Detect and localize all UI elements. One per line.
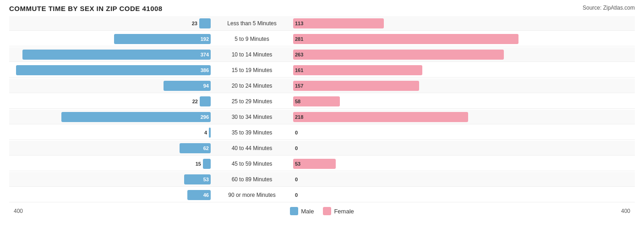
male-bar	[200, 96, 211, 106]
male-bar-wrapper: 4	[9, 128, 211, 138]
male-bar-label: 46	[203, 192, 209, 198]
male-bar-label: 62	[203, 145, 209, 151]
bar-row: 4 35 to 39 Minutes 0	[9, 125, 635, 140]
bar-label: 60 to 89 Minutes	[211, 176, 293, 183]
female-bar-label: 281	[295, 36, 303, 42]
bar-label: 35 to 39 Minutes	[211, 129, 293, 136]
bar-row: 46 90 or more Minutes 0	[9, 188, 635, 202]
bar-row: 23 Less than 5 Minutes 113	[9, 16, 635, 31]
female-bar-wrapper: 0	[293, 130, 635, 135]
male-bar-wrapper: 53	[9, 174, 211, 184]
female-swatch	[323, 207, 331, 215]
male-bar-wrapper: 296	[9, 112, 211, 122]
female-bar: 113	[293, 18, 384, 28]
bar-row: 374 10 to 14 Minutes 263	[9, 47, 635, 62]
male-bar-wrapper: 15	[9, 159, 211, 169]
male-bar-wrapper: 62	[9, 143, 211, 153]
female-bar: 281	[293, 34, 518, 44]
bar-label: 25 to 29 Minutes	[211, 98, 293, 105]
bar-label: 90 or more Minutes	[211, 192, 293, 198]
female-bar-wrapper: 218	[293, 112, 635, 122]
male-bar-label: 94	[203, 83, 209, 89]
male-label: Male	[301, 208, 314, 215]
bar-label: 20 to 24 Minutes	[211, 83, 293, 89]
female-bar: 218	[293, 112, 468, 122]
female-bar: 58	[293, 96, 340, 106]
male-bar-wrapper: 46	[9, 190, 211, 200]
legend-male: Male	[290, 207, 314, 215]
chart-container: COMMUTE TIME BY SEX IN ZIP CODE 41008 So…	[9, 5, 635, 215]
male-bar-wrapper: 192	[9, 34, 211, 44]
male-bar: 374	[22, 50, 211, 60]
female-bar: 53	[293, 159, 336, 169]
bar-row: 22 25 to 29 Minutes 58	[9, 94, 635, 109]
male-bar-wrapper: 23	[9, 18, 211, 28]
male-swatch	[290, 207, 298, 215]
bar-row: 62 40 to 44 Minutes 0	[9, 141, 635, 156]
legend-female: Female	[323, 207, 354, 215]
chart-area: 23 Less than 5 Minutes 113 192 5 to 9 Mi…	[9, 16, 635, 202]
male-bar-label: 386	[201, 67, 209, 73]
female-bar-label: 263	[295, 52, 303, 57]
bar-label: 40 to 44 Minutes	[211, 145, 293, 151]
male-bar: 46	[187, 190, 211, 200]
male-value: 23	[192, 21, 197, 26]
male-value: 15	[196, 161, 201, 167]
legend-row: 400 Male Female 400	[9, 207, 635, 215]
male-bar	[199, 18, 211, 28]
female-bar-label: 161	[295, 67, 303, 73]
bar-row: 386 15 to 19 Minutes 161	[9, 63, 635, 78]
male-bar: 296	[61, 112, 211, 122]
male-bar-label: 192	[201, 36, 209, 42]
female-bar-wrapper: 263	[293, 50, 635, 60]
female-bar-label: 113	[295, 21, 303, 26]
female-bar: 263	[293, 50, 504, 60]
bar-label: 45 to 59 Minutes	[211, 161, 293, 167]
male-bar-label: 53	[203, 177, 209, 182]
male-bar-label: 374	[201, 52, 209, 57]
female-bar-wrapper: 53	[293, 159, 635, 169]
female-bar-label: 58	[295, 99, 300, 104]
female-bar-label: 53	[295, 161, 300, 167]
female-bar-wrapper: 0	[293, 177, 635, 182]
male-bar-wrapper: 386	[9, 65, 211, 75]
female-bar: 157	[293, 81, 419, 91]
bar-label: 10 to 14 Minutes	[211, 51, 293, 58]
bar-row: 53 60 to 89 Minutes 0	[9, 172, 635, 187]
male-value: 4	[204, 130, 207, 135]
male-bar: 62	[180, 143, 211, 153]
female-bar-label: 157	[295, 83, 303, 89]
right-axis-label: 400	[621, 208, 630, 214]
male-bar: 386	[16, 65, 211, 75]
female-bar-wrapper: 161	[293, 65, 635, 75]
male-bar-wrapper: 94	[9, 81, 211, 91]
left-axis-label: 400	[14, 208, 23, 214]
legend-center: Male Female	[290, 207, 354, 215]
male-bar-wrapper: 22	[9, 96, 211, 106]
bar-label: 30 to 34 Minutes	[211, 114, 293, 120]
female-label: Female	[334, 208, 354, 215]
source-text: Source: ZipAtlas.com	[583, 5, 635, 11]
female-zero: 0	[295, 130, 298, 135]
female-zero: 0	[295, 145, 298, 151]
bar-label: 5 to 9 Minutes	[211, 36, 293, 42]
female-bar-wrapper: 113	[293, 18, 635, 28]
bar-row: 296 30 to 34 Minutes 218	[9, 110, 635, 124]
male-bar: 192	[114, 34, 211, 44]
bar-label: 15 to 19 Minutes	[211, 67, 293, 73]
chart-title: COMMUTE TIME BY SEX IN ZIP CODE 41008	[9, 5, 163, 12]
header: COMMUTE TIME BY SEX IN ZIP CODE 41008 So…	[9, 5, 635, 12]
male-bar: 94	[164, 81, 211, 91]
male-bar: 53	[184, 174, 211, 184]
female-bar-wrapper: 0	[293, 192, 635, 198]
female-bar-wrapper: 0	[293, 145, 635, 151]
female-zero: 0	[295, 192, 298, 198]
bar-row: 94 20 to 24 Minutes 157	[9, 78, 635, 93]
female-bar-wrapper: 281	[293, 34, 635, 44]
bar-row: 192 5 to 9 Minutes 281	[9, 32, 635, 46]
male-bar	[203, 159, 211, 169]
female-bar-wrapper: 58	[293, 96, 635, 106]
male-value: 22	[192, 99, 198, 104]
bar-label: Less than 5 Minutes	[211, 20, 293, 27]
female-bar-label: 218	[295, 114, 303, 120]
